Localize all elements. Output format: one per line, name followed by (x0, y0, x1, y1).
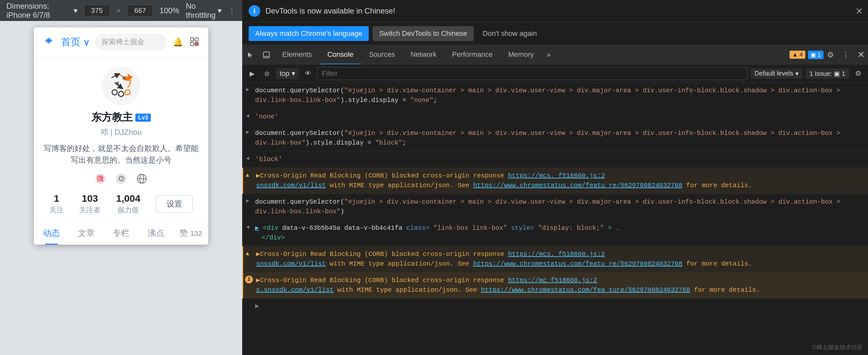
context-selector[interactable]: top ▾ (276, 68, 299, 79)
result-arrow-icon[interactable]: ◀ (246, 155, 249, 162)
followers-stat[interactable]: 103 关注者 (79, 193, 100, 215)
svg-text:微: 微 (97, 174, 104, 182)
home-label: 首页 (61, 35, 81, 49)
expand-arrow-icon[interactable]: ▶ (246, 197, 249, 205)
device-selector[interactable]: Dimensions: iPhone 6/7/8 ▾ (6, 2, 78, 20)
info-message: DevTools is now available in Chinese! (266, 6, 862, 15)
info-icon: i (249, 5, 260, 17)
svg-rect-2 (190, 42, 194, 45)
height-input[interactable] (127, 5, 153, 17)
console-cursor-line[interactable]: ▶ (242, 298, 868, 313)
user-name: 东方教主 Lv3 (91, 110, 151, 125)
console-entry-html-result: ◀ ▶ <div data-v-63b5b45a data-v-bb4c41fa… (242, 220, 868, 246)
tab-zhuanlan[interactable]: 专栏 (104, 222, 138, 245)
devtools-panel: i DevTools is now available in Chinese! … (242, 0, 868, 355)
tab-zan[interactable]: 赞 132 (174, 222, 208, 245)
svg-text:✕: ✕ (122, 75, 126, 81)
menu-grid-icon[interactable] (189, 36, 200, 48)
warning-badge[interactable]: ▲ 4 (789, 51, 805, 59)
chromestatus-link-3[interactable]: https://www.chromestatus.com/fea ture/56… (481, 286, 690, 294)
cursor-tool-button[interactable] (242, 47, 258, 63)
dont-show-again-button[interactable]: Don't show again (477, 26, 542, 41)
issues-button[interactable]: 1 Issue: ▣ 1 (806, 68, 849, 79)
tab-network[interactable]: Network (403, 45, 444, 64)
github-icon[interactable]: ⌬ (115, 172, 128, 185)
throttle-selector[interactable]: No throttling ▾ (186, 2, 221, 20)
corb-link-2[interactable]: https://mcs. f518660.js:2 (508, 251, 605, 258)
tab-performance[interactable]: Performance (444, 45, 500, 64)
more-tabs-button[interactable]: » (541, 51, 556, 59)
play-button[interactable]: ▶ (246, 68, 258, 79)
notification-icon[interactable]: 🔔 (172, 36, 184, 48)
app-header: 首页 ∨ 探索稀土掘金 🔔 (34, 27, 208, 57)
corb-link-1[interactable]: https://mcs. f518660.js:2 (508, 172, 605, 180)
following-label: 关注 (50, 205, 64, 215)
device-dropdown-icon[interactable]: ▾ (73, 6, 78, 15)
inspect-button[interactable] (258, 47, 275, 63)
issues-label: 1 Issue: ▣ 1 (810, 70, 845, 77)
corb-list-link-1[interactable]: snssdk.com/v1/list (256, 182, 326, 189)
level-badge: Lv3 (135, 114, 151, 122)
svg-rect-22 (264, 57, 269, 58)
eye-button[interactable]: 👁 (302, 68, 314, 79)
tab-dongtai[interactable]: 动态 (34, 222, 69, 245)
svg-rect-0 (190, 38, 194, 41)
social-icons: 微 ⌬ (94, 172, 148, 185)
switch-chinese-button[interactable]: Switch DevTools to Chinese (373, 26, 474, 41)
console-entry: ▶ document.querySelector("#juejin > div.… (242, 125, 868, 151)
close-icon[interactable]: ✕ (856, 6, 863, 17)
dimension-separator: × (116, 6, 121, 15)
expand-arrow-icon[interactable]: ▶ (246, 128, 249, 136)
levels-chevron-icon: ▾ (795, 70, 799, 77)
weibo-icon[interactable]: 微 (94, 172, 107, 185)
zoom-control[interactable]: 100% (159, 6, 179, 15)
devtools-settings-button[interactable]: ⚙ (824, 48, 838, 62)
log-levels-selector[interactable]: Default levels ▾ (751, 68, 802, 79)
tab-memory[interactable]: Memory (500, 45, 541, 64)
search-box[interactable]: 探索稀土掘金 (95, 34, 167, 50)
console-entry-result: ◀ 'block' (242, 151, 868, 168)
info-bar: i DevTools is now available in Chinese! … (242, 0, 868, 22)
result-arrow-icon[interactable]: ◀ (246, 223, 249, 231)
website-icon[interactable] (135, 172, 148, 185)
corb-link-3[interactable]: https://mc f518660.js:2 (508, 277, 597, 284)
settings-button[interactable]: 设置 (156, 195, 193, 213)
juejin-score-stat[interactable]: 1,004 掘力值 (116, 193, 141, 215)
console-output[interactable]: ▶ document.querySelector("#juejin > div.… (242, 83, 868, 355)
expand-html-icon[interactable]: ▶ (255, 224, 259, 232)
warning-icon: ▲ (246, 250, 249, 258)
tab-sources[interactable]: Sources (361, 45, 403, 64)
profile-section: ✕ ✕ (34, 57, 208, 221)
expand-arrow-icon[interactable]: ▶ (246, 86, 249, 94)
following-stat[interactable]: 1 关注 (50, 193, 64, 215)
tab-console[interactable]: Console (320, 45, 361, 64)
corb-list-link-3[interactable]: s.snssdk.com/v1/list (256, 286, 334, 294)
console-entry: ▶ document.querySelector("#juejin > div.… (242, 83, 868, 109)
corb-list-link-2[interactable]: snssdk.com/v1/list (256, 260, 326, 267)
zan-badge: 132 (190, 229, 202, 237)
followers-count: 103 (82, 193, 98, 204)
info-badge[interactable]: ▣ 1 (808, 51, 824, 59)
devtools-close-button[interactable]: ✕ (854, 48, 868, 62)
width-input[interactable] (84, 5, 110, 17)
left-panel: Dimensions: iPhone 6/7/8 ▾ × 100% No thr… (0, 0, 242, 355)
throttle-chevron-icon: ▾ (218, 6, 221, 15)
console-warning-entry: ▲ ▶Cross-Origin Read Blocking (CORB) blo… (242, 246, 868, 272)
svg-text:✕: ✕ (115, 81, 120, 86)
console-entry: ▶ document.querySelector("#juejin > div.… (242, 194, 868, 220)
tab-wenzhang[interactable]: 文章 (69, 222, 104, 245)
console-filter-input[interactable] (317, 67, 748, 80)
result-arrow-icon[interactable]: ◀ (246, 112, 249, 120)
chromestatus-link-1[interactable]: https://www.chromestatus.com/featu re/56… (473, 182, 682, 189)
tab-feidian[interactable]: 沸点 (138, 222, 174, 245)
chromestatus-link-2[interactable]: https://www.chromestatus.com/featu re/56… (473, 260, 682, 267)
more-options-button[interactable]: ⋮ (228, 6, 236, 15)
console-settings-button[interactable]: ⚙ (852, 68, 864, 79)
stop-button[interactable]: ⊘ (261, 68, 273, 79)
devtools-badges: ▲ 4 ▣ 1 (789, 51, 824, 59)
match-language-button[interactable]: Always match Chrome's language (249, 26, 369, 41)
devtools-more-button[interactable]: ⋮ (838, 47, 854, 63)
tab-elements[interactable]: Elements (275, 45, 320, 64)
stats-row: 1 关注 103 关注者 1,004 掘力值 设置 (42, 193, 200, 215)
home-nav[interactable]: 首页 ∨ (61, 35, 90, 49)
